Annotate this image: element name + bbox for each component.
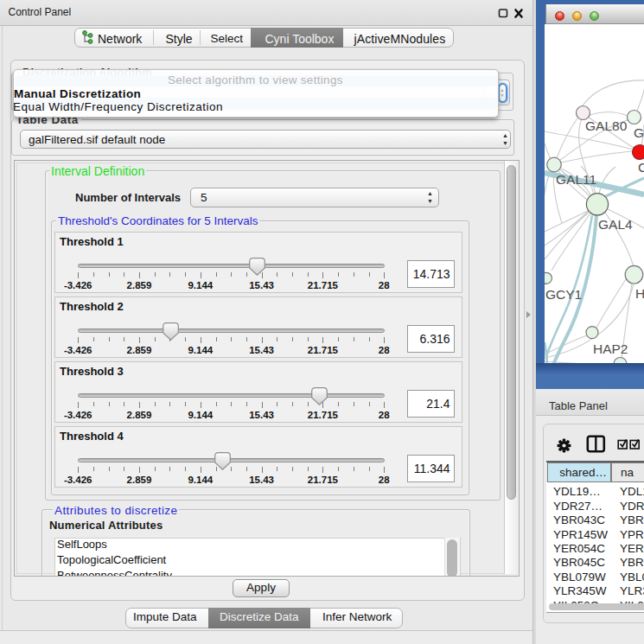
- svg-text:GAL80: GAL80: [585, 118, 628, 133]
- svg-text:H: H: [635, 286, 644, 301]
- svg-text:GAL11: GAL11: [556, 172, 596, 187]
- svg-text:GAL4: GAL4: [598, 217, 633, 232]
- svg-text:GA: GA: [634, 125, 644, 140]
- svg-text:C: C: [638, 160, 644, 175]
- svg-text:HAP2: HAP2: [593, 341, 628, 356]
- svg-text:GCY1: GCY1: [545, 287, 582, 302]
